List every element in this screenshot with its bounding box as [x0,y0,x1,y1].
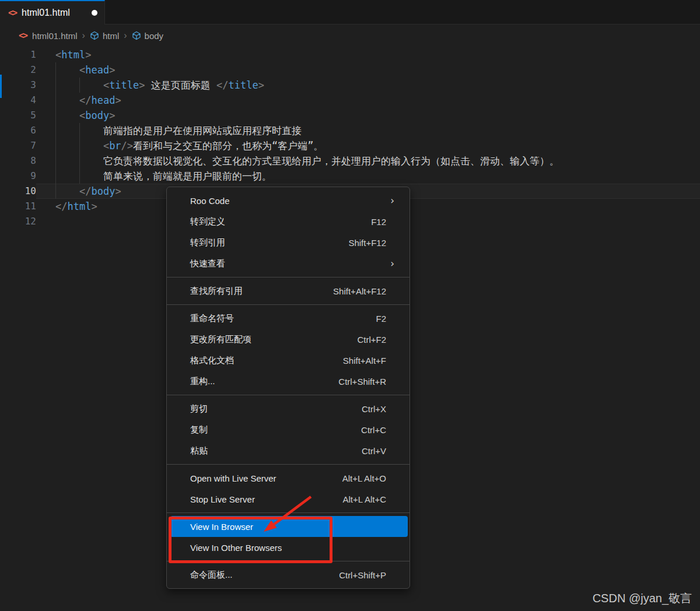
menu-item[interactable]: Open with Live ServerAlt+L Alt+O [167,468,410,489]
menu-item-label: 重构... [190,376,215,387]
indent-guide [79,78,103,93]
menu-item-shortcut: Ctrl+F2 [357,335,386,345]
menu-group: Roo Code›转到定义F12转到引用Shift+F12快速查看› [167,190,410,274]
menu-item[interactable]: 更改所有匹配项Ctrl+F2 [167,329,410,350]
menu-item[interactable]: Stop Live ServerAlt+L Alt+C [167,489,410,510]
code-line-6[interactable]: 6前端指的是用户在使用网站或应用程序时直接 [0,123,700,138]
menu-item-label: 命令面板... [190,570,233,581]
menu-item[interactable]: 转到定义F12 [167,211,410,232]
code-punct: < [103,140,109,152]
code-text: 它负责将数据以视觉化、交互化的方式呈现给用户，并处理用户的输入行为（如点击、滑动… [103,155,559,167]
menu-item-label: View In Browser [190,522,253,532]
breadcrumb-body-label: body [145,31,164,41]
code-line-5[interactable]: 5<body> [0,108,700,123]
code-line-4[interactable]: 4</head> [0,93,700,108]
line-number: 9 [0,168,36,184]
code-tag: br [109,140,121,152]
indent-guide [55,168,79,184]
menu-item[interactable]: 复制Ctrl+C [167,419,410,440]
line-number: 10 [0,184,36,199]
breadcrumb-html-label: html [103,31,119,41]
symbol-cube-icon [132,31,141,40]
indent-guide [79,168,103,184]
submenu-arrow-icon: › [390,258,394,269]
menu-item-shortcut: Ctrl+C [361,425,386,435]
menu-item-shortcut: Shift+Alt+F [343,356,386,366]
code-line-content: <html> [36,47,700,62]
line-number: 6 [0,123,36,138]
menu-group: Open with Live ServerAlt+L Alt+OStop Liv… [167,464,410,510]
code-punct: > [91,201,97,212]
code-line-1[interactable]: 1<html> [0,47,700,62]
code-punct: </ [79,185,91,197]
menu-item[interactable]: 查找所有引用Shift+Alt+F12 [167,280,410,301]
code-line-content: 前端指的是用户在使用网站或应用程序时直接 [36,123,700,138]
menu-item[interactable]: 重构...Ctrl+Shift+R [167,371,410,392]
menu-item-label: Open with Live Server [190,473,276,483]
code-tag: html [61,49,85,61]
code-line-2[interactable]: 2<head> [0,62,700,78]
menu-item[interactable]: 命令面板...Ctrl+Shift+P [167,564,410,585]
code-punct: </ [79,94,91,106]
breadcrumb-html[interactable]: html [90,31,119,41]
indent-guide [55,93,79,108]
code-text: 这是页面标题 [145,79,216,91]
tab-html01[interactable]: <> html01.html [0,0,105,24]
line-number: 1 [0,47,36,62]
code-line-content: <title> 这是页面标题 </title> [36,78,700,93]
html-file-icon: <> [8,8,16,18]
submenu-arrow-icon: › [390,195,394,206]
menu-item[interactable]: 快速查看› [167,253,410,274]
code-tag: head [91,94,115,106]
code-line-content: 它负责将数据以视觉化、交互化的方式呈现给用户，并处理用户的输入行为（如点击、滑动… [36,153,700,168]
code-punct: /> [121,140,133,152]
code-punct: > [109,64,115,76]
menu-item[interactable]: 粘贴Ctrl+V [167,440,410,461]
code-tag: title [109,79,139,91]
code-line-content: <head> [36,62,700,78]
code-tag: head [85,64,109,76]
line-number: 7 [0,138,36,153]
menu-item-shortcut: Shift+Alt+F12 [333,286,386,296]
code-line-7[interactable]: 7<br/>看到和与之交互的部分，也称为“客户端”。 [0,138,700,153]
menu-item-shortcut: F12 [371,217,386,227]
menu-item[interactable]: 剪切Ctrl+X [167,398,410,419]
code-tag: body [85,110,109,121]
code-punct: > [139,79,145,91]
menu-item-shortcut: Ctrl+X [362,404,386,414]
code-text: 简单来说，前端就是用户眼前的一切。 [103,170,272,182]
menu-item[interactable]: 重命名符号F2 [167,308,410,329]
menu-item[interactable]: Roo Code› [167,190,410,211]
menu-item[interactable]: View In Other Browsers [167,537,410,558]
menu-group: 重命名符号F2更改所有匹配项Ctrl+F2格式化文档Shift+Alt+F重构.… [167,304,410,392]
menu-item[interactable]: 格式化文档Shift+Alt+F [167,350,410,371]
unsaved-dot-icon[interactable] [92,10,97,16]
indent-guide [79,138,103,153]
code-tag: body [91,185,115,197]
chevron-right-icon: › [124,30,127,41]
code-line-3[interactable]: 3<title> 这是页面标题 </title> [0,78,700,93]
code-punct: </ [55,201,67,212]
indent-guide [79,153,103,168]
code-line-9[interactable]: 9简单来说，前端就是用户眼前的一切。 [0,168,700,184]
code-punct: < [55,49,61,61]
breadcrumb-file[interactable]: <> html01.html [19,30,78,41]
menu-item-shortcut: Alt+L Alt+C [343,494,387,504]
menu-item-label: 查找所有引用 [190,286,243,297]
breadcrumb-body[interactable]: body [132,31,164,41]
code-line-content: </head> [36,93,700,108]
line-number: 12 [0,214,36,229]
html-file-icon: <> [19,30,27,41]
code-punct: > [258,79,264,91]
code-punct: < [79,110,85,121]
menu-item-label: 复制 [190,424,208,436]
line-number: 2 [0,62,36,78]
indent-guide [79,123,103,138]
code-punct: < [103,79,109,91]
indent-guide [55,78,79,93]
menu-item-label: 剪切 [190,403,208,415]
code-line-8[interactable]: 8它负责将数据以视觉化、交互化的方式呈现给用户，并处理用户的输入行为（如点击、滑… [0,153,700,168]
line-number: 8 [0,153,36,168]
menu-item[interactable]: 转到引用Shift+F12 [167,232,410,253]
menu-item[interactable]: View In Browser [170,516,408,537]
